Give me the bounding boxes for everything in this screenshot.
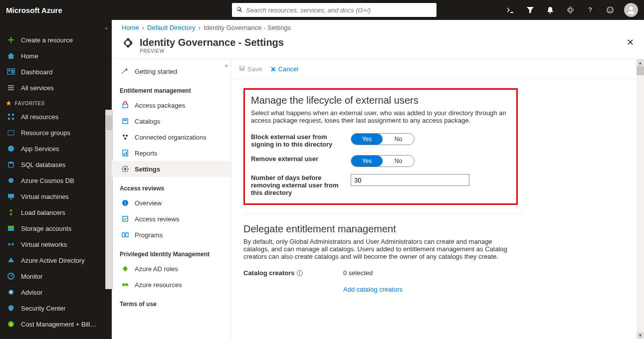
close-icon[interactable]: ✕ [627,37,634,48]
content-scrollbar[interactable]: ▲ ▼ [637,59,644,339]
appservice-icon [6,145,16,153]
feedback-icon[interactable] [600,0,620,20]
report-icon [120,149,131,157]
nav-all-services[interactable]: All services [0,80,112,96]
svg-rect-17 [10,198,12,199]
nav-virtual-machines[interactable]: Virtual machines [0,188,112,204]
nav-cosmos-db[interactable]: Azure Cosmos DB [0,172,112,188]
nav-azure-ad[interactable]: Azure Active Directory [0,252,112,268]
command-bar: Save ✕ Cancel [231,59,644,79]
breadcrumb-home[interactable]: Home [122,24,139,31]
nav-connected-orgs[interactable]: Connected organizations [112,129,231,145]
highlight-box: Manage the lifecycle of external users S… [243,88,518,205]
nav-load-balancers[interactable]: Load balancers [0,204,112,220]
toggle-yes[interactable]: Yes [351,134,383,145]
svg-point-13 [8,146,14,152]
content-pane: Save ✕ Cancel Manage the lifecycle of ex… [231,59,644,339]
toggle-yes[interactable]: Yes [351,156,383,167]
nav-app-services[interactable]: App Services [0,141,112,157]
search-input[interactable] [246,6,432,14]
svg-point-14 [8,162,13,164]
nav-programs[interactable]: Programs [112,227,231,243]
nav-resource-groups[interactable]: Resource groups [0,125,112,141]
svg-rect-10 [12,114,14,116]
portal-nav: « Create a resource Home Dashboard All s… [0,20,112,339]
block-user-toggle[interactable]: Yes No [351,133,415,145]
nav-access-reviews[interactable]: Access reviews [112,211,231,227]
nav-home[interactable]: Home [0,48,112,64]
save-icon [238,65,245,73]
block-user-label: Block external user from signing in to t… [251,133,351,148]
nav-group-ar: Access reviews [112,177,231,195]
notifications-icon[interactable] [540,0,560,20]
nav-advisor[interactable]: Advisor [0,284,112,300]
vnet-icon [6,240,16,248]
nav-storage-accounts[interactable]: Storage accounts [0,220,112,236]
close-icon: ✕ [270,65,276,73]
toggle-no[interactable]: No [383,134,414,145]
global-search[interactable] [232,3,436,17]
collapse-blade-nav-icon[interactable]: « [225,62,228,68]
nav-all-resources[interactable]: All resources [0,109,112,125]
nav-catalogs[interactable]: Catalogs [112,113,231,129]
svg-point-35 [124,168,126,170]
nav-azure-resources[interactable]: Azure resources [112,277,231,293]
directory-filter-icon[interactable] [520,0,540,20]
svg-rect-8 [8,114,10,116]
account-avatar[interactable] [624,3,638,17]
cancel-button[interactable]: ✕ Cancel [270,65,298,73]
nav-group-favorites: ★FAVORITES [0,96,112,109]
days-input[interactable] [351,174,469,186]
catalog-creators-label: Catalog creators i [243,269,343,277]
nav-create-resource[interactable]: Create a resource [0,32,112,48]
nav-getting-started[interactable]: Getting started [112,63,231,79]
nav-reports[interactable]: Reports [112,145,231,161]
nav-virtual-networks[interactable]: Virtual networks [0,236,112,252]
remove-user-label: Remove external user [251,155,351,163]
help-icon[interactable]: ? [580,0,600,20]
breadcrumb-directory[interactable]: Default Directory [147,24,196,31]
info-icon[interactable]: i [297,270,303,276]
svg-rect-26 [123,104,128,108]
nav-sql-databases[interactable]: SQL databases [0,157,112,172]
nav-azure-ad-roles[interactable]: Azure AD roles [112,261,231,277]
nav-cost-management[interactable]: $Cost Management + Bill… [0,316,112,332]
svg-rect-27 [123,119,128,124]
vm-icon [6,192,16,200]
nav-security-center[interactable]: Security Center [0,300,112,316]
svg-rect-11 [12,118,14,120]
svg-rect-39 [122,233,125,237]
catalog-creators-value: 0 selected [343,269,373,277]
add-catalog-creators-link[interactable]: Add catalog creators [343,286,632,293]
list-icon [6,84,16,92]
toggle-no[interactable]: No [383,156,414,167]
nav-monitor[interactable]: Monitor [0,268,112,284]
section-desc-delegate: By default, only Global Administrators a… [243,238,508,260]
svg-point-4 [630,6,633,10]
top-bar: Microsoft Azure ? [0,0,644,20]
settings-icon[interactable] [560,0,580,20]
nav-group-pim: Privileged Identity Management [112,243,231,261]
star-icon: ★ [6,100,12,107]
nav-access-packages[interactable]: Access packages [112,97,231,113]
collapse-nav-icon[interactable]: « [105,25,108,31]
security-icon [6,304,16,312]
svg-point-29 [123,135,125,137]
rocket-icon [120,67,131,75]
catalog-icon [120,117,131,125]
nav-settings[interactable]: Settings [112,161,231,177]
svg-point-30 [126,135,128,137]
remove-user-toggle[interactable]: Yes No [351,155,415,167]
brand-label: Microsoft Azure [6,6,62,14]
monitor-icon [6,272,16,280]
section-desc-lifecycle: Select what happens when an external use… [251,109,510,124]
save-button[interactable]: Save [238,65,262,73]
svg-rect-33 [124,153,125,155]
storage-icon [6,224,16,232]
nav-dashboard[interactable]: Dashboard [0,64,112,80]
svg-rect-34 [126,152,127,155]
cloud-shell-icon[interactable] [500,0,520,20]
sql-icon [6,161,16,169]
chevron-right-icon: › [142,24,144,31]
nav-ar-overview[interactable]: iOverview [112,195,231,211]
